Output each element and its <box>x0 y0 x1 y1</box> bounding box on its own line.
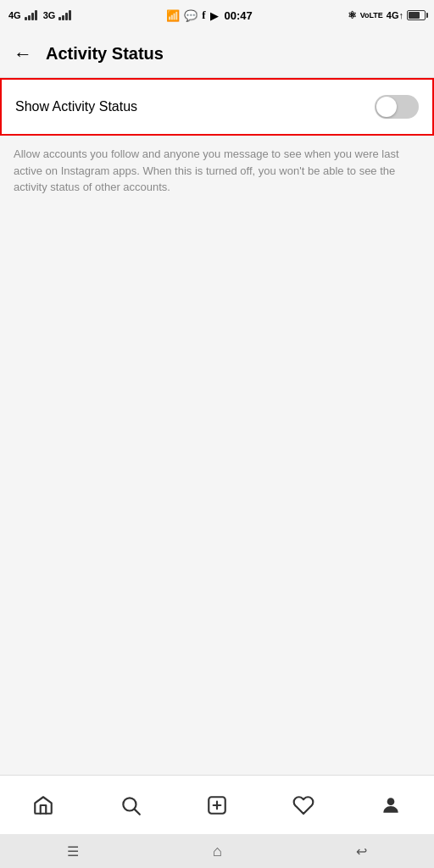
home-icon <box>32 794 54 816</box>
bottom-navigation <box>0 775 434 834</box>
signal-3g <box>58 10 71 20</box>
back-button[interactable]: ← <box>14 43 32 65</box>
search-icon <box>120 794 142 816</box>
nav-add[interactable] <box>199 787 235 823</box>
add-icon <box>206 794 228 816</box>
android-navigation-bar: ☰ ⌂ ↩ <box>0 834 434 868</box>
signal-4g <box>25 10 37 20</box>
facebook-icon: f <box>202 8 205 22</box>
android-back-button[interactable]: ↩ <box>356 843 367 860</box>
status-center-icons: 📶 💬 f ▶ 00:47 <box>166 8 253 22</box>
svg-line-1 <box>134 809 139 814</box>
whatsapp-icon: 💬 <box>184 9 198 22</box>
nav-search[interactable] <box>113 787 148 823</box>
youtube-icon: ▶ <box>210 9 219 22</box>
battery-icon <box>407 10 426 20</box>
toggle-section: Show Activity Status <box>0 78 434 136</box>
nav-profile[interactable] <box>373 787 409 823</box>
show-activity-status-row: Show Activity Status <box>2 80 432 134</box>
clock: 00:47 <box>225 9 253 22</box>
back-arrow-icon: ← <box>14 43 32 65</box>
bluetooth-icon: ⚛ <box>348 9 357 21</box>
toggle-knob <box>376 97 397 117</box>
status-right: ⚛ VoLTE 4G↑ <box>348 9 426 21</box>
android-menu-button[interactable]: ☰ <box>67 843 79 860</box>
network-4g: 4G <box>8 10 21 20</box>
description-text: Allow accounts you follow and anyone you… <box>0 136 434 206</box>
status-left: 4G 3G <box>8 10 71 20</box>
volte-icon: VoLTE <box>360 11 383 19</box>
svg-point-5 <box>387 798 394 805</box>
nav-heart[interactable] <box>286 787 321 823</box>
page-title: Activity Status <box>46 44 164 64</box>
activity-status-toggle[interactable] <box>375 95 419 119</box>
heart-icon <box>292 794 314 816</box>
status-bar: 4G 3G 📶 💬 f ▶ 00:47 ⚛ VoLTE 4G↑ <box>0 0 434 31</box>
network-4g-right: 4G↑ <box>387 10 403 20</box>
main-content: Show Activity Status Allow accounts you … <box>0 78 434 775</box>
nav-home[interactable] <box>25 787 61 823</box>
hotspot-icon: 📶 <box>166 9 180 22</box>
top-navigation: ← Activity Status <box>0 31 434 78</box>
network-3g: 3G <box>43 10 56 20</box>
toggle-label: Show Activity Status <box>15 99 137 114</box>
profile-icon <box>380 794 402 816</box>
android-home-button[interactable]: ⌂ <box>213 843 222 860</box>
